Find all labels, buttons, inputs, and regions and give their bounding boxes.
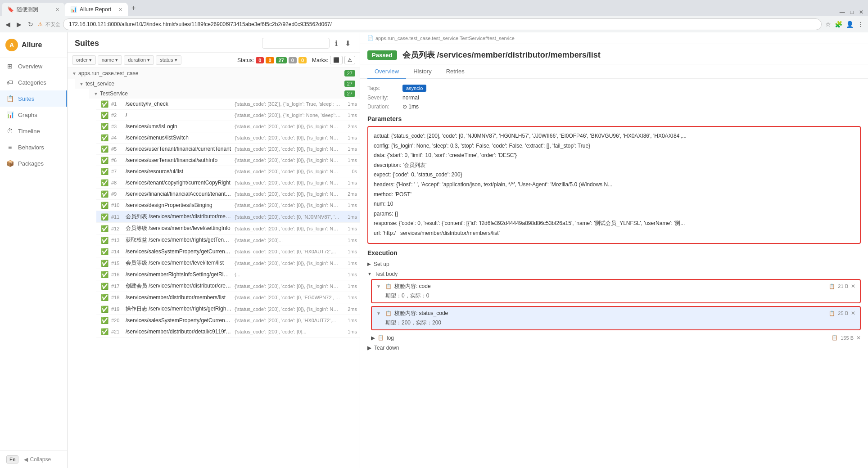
tab-close-btn[interactable]: ✕ bbox=[55, 7, 59, 13]
copy-icon-1[interactable]: 📋 bbox=[829, 284, 835, 289]
download-button[interactable]: ⬇ bbox=[343, 38, 353, 49]
param-method: method: 'POST' bbox=[374, 190, 854, 200]
extensions-button[interactable]: 🧩 bbox=[834, 20, 843, 29]
tab-retries[interactable]: Retries bbox=[439, 64, 472, 79]
check-status-icon: ✅ bbox=[101, 190, 108, 198]
suite-item[interactable]: ✅ #21 /services/member/distributor/detai… bbox=[96, 326, 360, 338]
copy-icon-2[interactable]: 📋 bbox=[829, 310, 835, 316]
suite-item-params: {'status_code': [200], 'code': [0]}, {'i… bbox=[235, 146, 341, 152]
suite-item[interactable]: ✅ #3 /services/ums/isLogin {'status_code… bbox=[96, 121, 360, 132]
suites-title: Suites bbox=[75, 39, 99, 48]
suite-item[interactable]: ✅ #8 /services/tenant/copyright/currentC… bbox=[96, 177, 360, 189]
suite-item-duration: 2ms bbox=[344, 191, 357, 197]
suite-item[interactable]: ✅ #17 创建会员 /services/member/distributor/… bbox=[96, 280, 360, 292]
suite-subgroup-header-ts[interactable]: ▼ test_service 27 bbox=[75, 79, 360, 89]
suite-subgroup-header-testservice[interactable]: ▼ TestService 27 bbox=[89, 89, 360, 99]
tab-close-active-btn[interactable]: ✕ bbox=[118, 7, 122, 13]
close-window-button[interactable]: ✕ bbox=[856, 8, 866, 16]
profile-button[interactable]: 👤 bbox=[845, 20, 854, 29]
close-log-btn[interactable]: ✕ bbox=[856, 335, 861, 341]
sidebar-item-categories[interactable]: 🏷 Categories bbox=[0, 74, 67, 90]
chevron-right-icon: ▶ bbox=[367, 261, 371, 266]
sort-duration-button[interactable]: duration ▾ bbox=[124, 55, 154, 65]
address-bar[interactable] bbox=[63, 18, 822, 30]
log-row[interactable]: ▶ 📋 log 📋 155 B ✕ bbox=[371, 333, 861, 343]
suite-subgroup-test-service: ▼ test_service 27 ▼ TestService 27 bbox=[68, 79, 360, 338]
sidebar-item-overview[interactable]: ⊞ Overview bbox=[0, 58, 67, 74]
marks-btn-1[interactable]: ⬛ bbox=[330, 56, 343, 64]
suite-item-num: #14 bbox=[111, 249, 123, 254]
suite-item[interactable]: ✅ #1 /security/lv_check {'status_code': … bbox=[96, 99, 360, 110]
minimize-button[interactable]: — bbox=[837, 8, 848, 16]
suite-item[interactable]: ✅ #19 操作日志 /services/member/rights/getRi… bbox=[96, 303, 360, 315]
suite-group-label-main: apps.run_case.test_case bbox=[78, 70, 344, 76]
suite-item[interactable]: ✅ #6 /services/userTenant/financial/auth… bbox=[96, 155, 360, 166]
copy-icon-log[interactable]: 📋 bbox=[832, 335, 838, 341]
menu-button[interactable]: ⋮ bbox=[856, 20, 864, 29]
refresh-button[interactable]: ↻ bbox=[26, 20, 35, 29]
suite-item[interactable]: ✅ #10 /services/designProperties/isBingi… bbox=[96, 200, 360, 211]
suite-item-name: /services/designProperties/isBinging bbox=[126, 202, 232, 208]
sidebar-item-suites[interactable]: 📋 Suites bbox=[0, 90, 67, 107]
suite-item[interactable]: ✅ #15 会员等级 /services/member/level/item/l… bbox=[96, 257, 360, 269]
suite-item[interactable]: ✅ #20 /services/salesSystemProperty/getC… bbox=[96, 315, 360, 326]
nav-icons: ☆ 🧩 👤 ⋮ bbox=[824, 20, 864, 29]
sort-status-button[interactable]: status ▾ bbox=[156, 55, 181, 65]
severity-label: Severity: bbox=[367, 94, 399, 101]
marks-btn-2[interactable]: ⚠ bbox=[344, 56, 355, 64]
detail-path-icon: 📄 bbox=[367, 35, 374, 41]
suite-item[interactable]: ✅ #12 会员等级 /services/member/level/settin… bbox=[96, 223, 360, 234]
sidebar-item-label-behaviors: Behaviors bbox=[18, 144, 44, 151]
suite-item-num: #17 bbox=[111, 284, 123, 289]
suite-item-name: /services/ums/isLogin bbox=[126, 123, 232, 130]
tab-active[interactable]: 📊 Allure Report ✕ bbox=[65, 3, 128, 16]
suites-search-input[interactable] bbox=[262, 38, 330, 49]
suite-item[interactable]: ✅ #2 / {'status_code': [200]}, {'is_logi… bbox=[96, 110, 360, 121]
status-label: Status: bbox=[237, 57, 254, 63]
suite-item[interactable]: ✅ #18 /services/member/distributor/membe… bbox=[96, 292, 360, 303]
tab-inactive[interactable]: 🔖 随便测测 ✕ bbox=[2, 3, 65, 16]
suite-item-params: {'status_code': [200], 'code': [0, 'HX0A… bbox=[235, 249, 341, 254]
sidebar-item-graphs[interactable]: 📊 Graphs bbox=[0, 107, 67, 123]
forward-button[interactable]: ▶ bbox=[15, 20, 23, 29]
log-label: log bbox=[387, 335, 394, 341]
check-status-icon: ✅ bbox=[101, 225, 108, 232]
suite-item[interactable]: ✅ #13 获取权益 /services/member/rights/getTe… bbox=[96, 234, 360, 246]
close-check-btn-2[interactable]: ✕ bbox=[851, 310, 855, 316]
maximize-button[interactable]: □ bbox=[848, 8, 856, 16]
suite-item[interactable]: ✅ #7 /services/resource/ui/list {'status… bbox=[96, 166, 360, 177]
suite-item[interactable]: ✅ #4 /services/menus/listSwitch {'status… bbox=[96, 132, 360, 144]
bookmark-button[interactable]: ☆ bbox=[824, 20, 832, 29]
sidebar-item-behaviors[interactable]: ≡ Behaviors bbox=[0, 139, 67, 155]
sort-order-button[interactable]: order ▾ bbox=[72, 55, 96, 65]
suite-item[interactable]: ✅ #11 会员列表 /services/member/distributor/… bbox=[96, 211, 360, 223]
back-button[interactable]: ◀ bbox=[4, 20, 12, 29]
suite-item[interactable]: ✅ #5 /services/userTenant/financial/curr… bbox=[96, 144, 360, 155]
suite-item-duration: 1ms bbox=[344, 158, 357, 163]
test-body-label: Test body bbox=[375, 271, 398, 277]
new-tab-button[interactable]: + bbox=[128, 2, 139, 14]
test-body-row[interactable]: ▼ Test body bbox=[367, 269, 861, 279]
suite-item[interactable]: ✅ #9 /services/financial/financialAccoun… bbox=[96, 189, 360, 200]
check-status-icon: ✅ bbox=[101, 294, 108, 301]
timeline-icon: ⏱ bbox=[6, 127, 14, 135]
tab-overview[interactable]: Overview bbox=[367, 64, 406, 79]
setup-row[interactable]: ▶ Set up bbox=[367, 259, 861, 269]
sort-name-button[interactable]: name ▾ bbox=[98, 55, 122, 65]
teardown-row[interactable]: ▶ Tear down bbox=[367, 343, 861, 353]
suite-item-num: #15 bbox=[111, 261, 123, 266]
suite-item[interactable]: ✅ #16 /services/memberRightsInfoSetting/… bbox=[96, 269, 360, 280]
severity-value: normal bbox=[402, 94, 419, 101]
tab-history[interactable]: History bbox=[406, 64, 439, 79]
close-check-btn-1[interactable]: ✕ bbox=[851, 283, 855, 289]
suite-item[interactable]: ✅ #14 /services/salesSystemProperty/getC… bbox=[96, 246, 360, 257]
info-button[interactable]: ℹ bbox=[333, 38, 339, 49]
chevron-down-icon: ▼ bbox=[72, 71, 77, 76]
sidebar-item-packages[interactable]: 📦 Packages bbox=[0, 155, 67, 171]
suite-group-header-main[interactable]: ▼ apps.run_case.test_case 27 bbox=[68, 68, 360, 79]
sidebar-item-timeline[interactable]: ⏱ Timeline bbox=[0, 123, 67, 139]
collapse-button[interactable]: ◀ Collapse bbox=[24, 456, 51, 463]
suite-item-name: /security/lv_check bbox=[126, 101, 232, 107]
duration-label: Duration: bbox=[367, 104, 399, 110]
lang-button[interactable]: En bbox=[6, 455, 18, 464]
